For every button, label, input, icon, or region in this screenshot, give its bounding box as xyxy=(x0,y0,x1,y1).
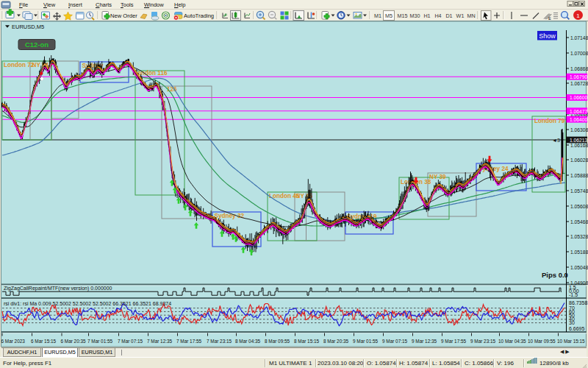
svg-text:1.05748: 1.05748 xyxy=(570,188,588,194)
svg-text:8 Mar 09:55: 8 Mar 09:55 xyxy=(265,339,290,344)
svg-text:9 Mar 01:55: 9 Mar 01:55 xyxy=(353,339,379,344)
svg-text:1.05468: 1.05468 xyxy=(570,219,588,224)
svg-text:1.05608: 1.05608 xyxy=(570,204,588,209)
svg-text:8 Mar 04:35: 8 Mar 04:35 xyxy=(235,339,261,344)
svg-text:7 Mar 23:15: 7 Mar 23:15 xyxy=(207,339,232,344)
svg-text:1.06213: 1.06213 xyxy=(570,138,587,143)
svg-text:6 Mar 15:15: 6 Mar 15:15 xyxy=(31,339,57,344)
svg-text:◄3: ◄3 xyxy=(552,138,560,143)
svg-text:1.05048: 1.05048 xyxy=(570,265,588,270)
svg-text:ZigZagCallRepaint/MTF(new vers: ZigZagCallRepaint/MTF(new version) 0.000… xyxy=(4,286,112,291)
svg-text:9 Mar 23:15: 9 Mar 23:15 xyxy=(470,339,496,344)
svg-text:NY 39: NY 39 xyxy=(429,174,446,180)
svg-text:7 Mar 01:55: 7 Mar 01:55 xyxy=(87,339,113,344)
svg-text:1.06028: 1.06028 xyxy=(570,158,588,163)
svg-text:1.06728: 1.06728 xyxy=(570,81,588,86)
svg-text:8 Mar 15:15: 8 Mar 15:15 xyxy=(294,339,320,344)
svg-text:9 Mar 07:15: 9 Mar 07:15 xyxy=(382,339,408,344)
svg-text:9 Mar 12:35: 9 Mar 12:35 xyxy=(412,339,437,344)
svg-text:-1.5: -1.5 xyxy=(569,292,578,297)
svg-text:1.05888: 1.05888 xyxy=(570,173,588,178)
svg-text:6.6695: 6.6695 xyxy=(569,326,585,331)
svg-text:10 Mar 15:15: 10 Mar 15:15 xyxy=(557,339,585,344)
svg-text:1.07008: 1.07008 xyxy=(570,51,588,56)
svg-text:1.07148: 1.07148 xyxy=(570,35,588,40)
svg-text:1.06868: 1.06868 xyxy=(570,66,588,71)
svg-text:rsi div1: rsi Ma 0.009 52.5002: rsi div1: rsi Ma 0.009 52.5002 52.5002 5… xyxy=(4,301,171,306)
svg-text:6 Mar 2023: 6 Mar 2023 xyxy=(1,339,26,344)
svg-text:30: 30 xyxy=(569,320,575,325)
svg-text:1.06168: 1.06168 xyxy=(570,143,588,148)
svg-text:1.06790: 1.06790 xyxy=(570,74,587,79)
svg-text:1.06308: 1.06308 xyxy=(570,127,588,132)
svg-text:6 Mar 20:35: 6 Mar 20:35 xyxy=(61,339,87,344)
svg-text:10 Mar 04:35: 10 Mar 04:35 xyxy=(498,339,526,344)
svg-text:C12-on: C12-on xyxy=(25,40,49,49)
svg-text:Show: Show xyxy=(539,32,556,40)
svg-text:10 Mar 09:55: 10 Mar 09:55 xyxy=(528,339,556,344)
svg-text:1.05188: 1.05188 xyxy=(570,250,588,255)
svg-text:1.05328: 1.05328 xyxy=(570,234,588,239)
svg-text:7 Mar 12:35: 7 Mar 12:35 xyxy=(147,339,173,344)
svg-text:London 72: London 72 xyxy=(4,62,35,68)
svg-text:86.7358: 86.7358 xyxy=(569,300,587,305)
svg-text:London 79: London 79 xyxy=(534,118,565,124)
svg-text:8 Mar 20:35: 8 Mar 20:35 xyxy=(323,339,349,344)
svg-text:7 Mar 17:55: 7 Mar 17:55 xyxy=(176,339,202,344)
svg-text:Pips 0.0: Pips 0.0 xyxy=(542,271,568,279)
svg-text:EURUSD,M5: EURUSD,M5 xyxy=(12,24,44,30)
svg-text:9 Mar 17:55: 9 Mar 17:55 xyxy=(441,339,467,344)
svg-text:1.06400: 1.06400 xyxy=(570,117,587,122)
svg-text:1.06477: 1.06477 xyxy=(570,109,587,114)
svg-text:NY 45: NY 45 xyxy=(296,193,313,199)
svg-text:7 Mar 07:15: 7 Mar 07:15 xyxy=(118,339,143,344)
svg-text:1.06600: 1.06600 xyxy=(570,95,587,100)
